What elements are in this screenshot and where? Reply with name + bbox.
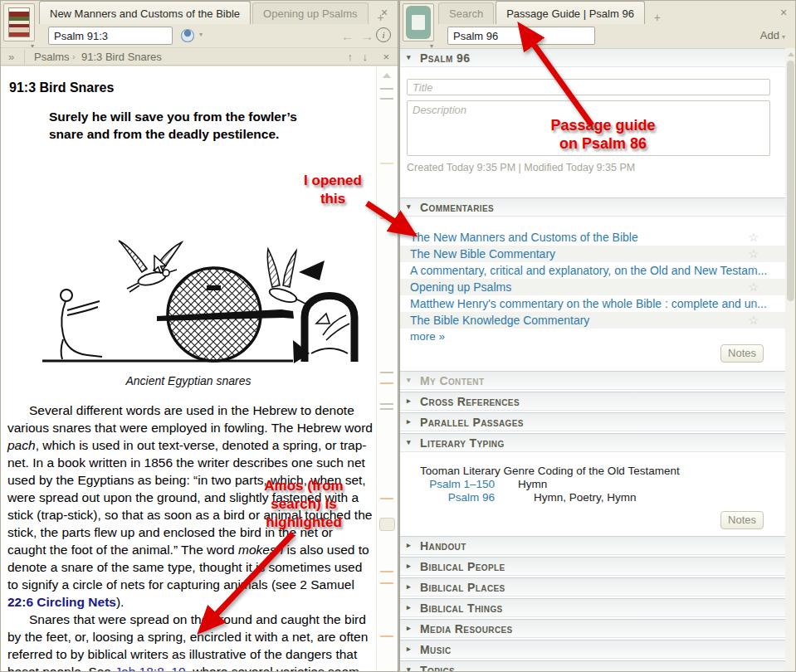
forward-arrow-icon[interactable]: →	[361, 29, 374, 43]
scroll-up-icon[interactable]	[383, 73, 391, 78]
panel-divider[interactable]	[398, 1, 400, 672]
section-header-biblical-things[interactable]: ▸ Biblical Things	[400, 598, 785, 617]
section-header-music[interactable]: ▸ Music	[400, 640, 785, 659]
notes-button[interactable]: Notes	[720, 511, 764, 529]
commentary-link[interactable]: A commentary, critical and explanatory, …	[400, 262, 785, 279]
section-header-psalm-96[interactable]: ▾ Psalm 96	[400, 48, 785, 67]
tab-search[interactable]: Search	[438, 2, 494, 24]
scrollbar-thumb[interactable]	[379, 518, 395, 531]
verse-quote: Surely he will save you from the fowler’…	[49, 108, 308, 143]
commentary-title[interactable]: Matthew Henry's commentary on the whole …	[410, 297, 767, 310]
commentary-link[interactable]: Matthew Henry's commentary on the whole …	[400, 295, 785, 312]
tab-passage-guide[interactable]: Passage Guide | Psalm 96	[496, 1, 645, 24]
link-psalm-1-150[interactable]: Psalm 1–150	[400, 478, 495, 490]
star-icon[interactable]: ☆	[748, 229, 759, 246]
article-body: Several different words are used in the …	[7, 402, 374, 672]
commentary-title[interactable]: Opening up Psalms	[410, 280, 511, 294]
close-panel-button[interactable]: ×	[378, 6, 391, 19]
body-text: Snares that were spread on the ground an…	[7, 612, 368, 672]
add-button[interactable]: Add▾	[760, 29, 785, 41]
scroll-up-icon[interactable]	[788, 52, 794, 56]
annotation-line: on Psalm 86	[539, 134, 667, 153]
reference-input[interactable]	[48, 27, 173, 45]
star-icon[interactable]: ☆	[748, 279, 759, 295]
scroll-marker	[380, 98, 393, 100]
annotation-amos-highlighted: Amos (from search) is highlighted	[252, 477, 355, 532]
commentary-link[interactable]: The New Manners and Customs of the Bible…	[400, 229, 785, 246]
section-header-cross-references[interactable]: ▸ Cross References	[400, 392, 785, 411]
commentary-link[interactable]: The Bible Knowledge Commentary☆	[400, 312, 785, 329]
body-text: Several different words are used in the …	[7, 403, 373, 435]
section-header-parallel-passages[interactable]: ▸ Parallel Passages	[400, 412, 785, 431]
link-psalm-96[interactable]: Psalm 96	[400, 491, 495, 504]
tab-opening-up-psalms[interactable]: Opening up Psalms	[252, 2, 368, 24]
section-header-literary-typing[interactable]: ▾ Literary Typing	[400, 433, 785, 452]
logos-window: ▾ New Manners and Customs of the Bible O…	[0, 0, 796, 672]
section-header-topics[interactable]: ▾ Topics	[400, 660, 785, 672]
scroll-marker	[380, 382, 393, 384]
link-2samuel-22-6[interactable]: 22:6 Circling Nets	[7, 595, 116, 609]
section-header-commentaries[interactable]: ▾ Commentaries	[400, 197, 785, 217]
close-panel-button[interactable]: ×	[777, 6, 790, 19]
annotation-line: Passage guide	[539, 116, 667, 134]
book-cover-thumbnail	[8, 7, 30, 37]
star-icon[interactable]: ☆	[748, 246, 759, 262]
parallel-resources-caret-icon[interactable]: ▾	[199, 31, 203, 38]
scroll-marker	[380, 88, 393, 90]
commentary-link[interactable]: The New Bible Commentary☆	[400, 246, 785, 262]
star-icon[interactable]: ☆	[748, 295, 759, 312]
star-icon[interactable]: ☆	[748, 312, 759, 329]
breadcrumb-chevron-icon: ›	[72, 51, 76, 61]
section-title: Psalm 96	[420, 51, 470, 65]
section-title: Biblical Places	[420, 581, 505, 594]
parallel-resources-icon[interactable]	[178, 27, 197, 47]
new-tab-button[interactable]: +	[647, 6, 668, 24]
guide-reference-input[interactable]	[447, 27, 595, 45]
previous-article-icon[interactable]: ↑	[348, 51, 354, 63]
close-breadcrumb-icon[interactable]: ×	[383, 51, 389, 63]
breadcrumb-current[interactable]: 91:3 Bird Snares	[81, 51, 162, 63]
info-icon[interactable]: i	[376, 27, 391, 42]
guide-icon[interactable]	[403, 3, 434, 41]
section-header-biblical-places[interactable]: ▸ Biblical Places	[400, 577, 785, 597]
disclosure-open-icon: ▾	[407, 665, 411, 672]
resource-cover-icon[interactable]	[3, 3, 35, 41]
disclosure-closed-icon: ▸	[407, 541, 411, 549]
next-article-icon[interactable]: ↓	[363, 51, 369, 63]
right-scrollbar[interactable]	[785, 48, 796, 672]
section-title: Cross References	[420, 395, 520, 408]
egyptian-snares-illustration	[19, 237, 369, 372]
back-arrow-icon[interactable]: ←	[341, 29, 354, 43]
genre-value: Hymn	[518, 478, 547, 490]
guide-title-input[interactable]	[407, 79, 770, 95]
left-scroll-indicator-strip[interactable]	[376, 66, 398, 672]
star-icon[interactable]: ☆	[748, 262, 759, 279]
section-header-handout[interactable]: ▸ Handout	[400, 536, 785, 555]
tab-new-manners-customs[interactable]: New Manners and Customs of the Bible	[39, 1, 251, 24]
literary-row: Psalm 1–150Hymn	[400, 478, 785, 491]
section-header-biblical-people[interactable]: ▸ Biblical People	[400, 557, 785, 576]
section-title: Media Resources	[420, 622, 513, 635]
annotation-line: I opened	[293, 172, 373, 190]
passage-guide-panel: ▾ Search Passage Guide | Psalm 96 + × Ad…	[400, 1, 796, 672]
section-header-media-resources[interactable]: ▸ Media Resources	[400, 619, 785, 638]
more-link[interactable]: more »	[400, 329, 785, 343]
body-text: ).	[116, 595, 124, 609]
commentary-title[interactable]: The Bible Knowledge Commentary	[410, 314, 589, 327]
link-job-18-8-10[interactable]: Job 18:8–10	[115, 665, 185, 672]
section-title: Topics	[420, 664, 455, 672]
scrollbar-thumb[interactable]	[787, 61, 794, 301]
annotation-i-opened-this: I opened this	[293, 172, 373, 208]
sidebar-expand-icon[interactable]: »	[8, 51, 14, 63]
commentary-title[interactable]: The New Bible Commentary	[410, 247, 555, 261]
commentary-title[interactable]: The New Manners and Customs of the Bible	[410, 231, 638, 244]
commentary-title[interactable]: A commentary, critical and explanatory, …	[410, 264, 767, 277]
mouse-cursor	[153, 255, 169, 275]
breadcrumb-psalms[interactable]: Psalms	[34, 51, 70, 63]
notes-button[interactable]: Notes	[720, 344, 764, 363]
literary-source-title: Tooman Literary Genre Coding of the Old …	[400, 465, 785, 478]
section-header-my-content[interactable]: ▾ My Content	[400, 371, 785, 390]
commentary-link[interactable]: Opening up Psalms☆	[400, 279, 785, 295]
paragraph-2: Snares that were spread on the ground an…	[7, 611, 374, 672]
scroll-marker	[380, 571, 393, 572]
